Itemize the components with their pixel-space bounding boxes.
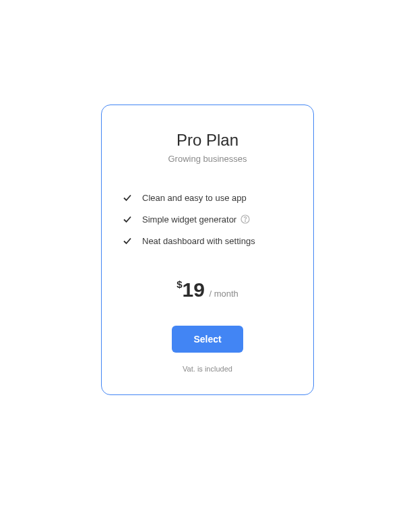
check-icon	[122, 214, 133, 225]
features-list: Clean and easy to use app Simple widget …	[122, 192, 293, 246]
plan-subtitle: Growing businesses	[122, 154, 293, 164]
feature-item: Neat dashboard with settings	[122, 235, 293, 246]
vat-note: Vat. is included	[122, 365, 293, 373]
price-amount: 19	[183, 278, 205, 301]
feature-label: Clean and easy to use app	[142, 193, 247, 203]
select-button[interactable]: Select	[172, 326, 243, 353]
plan-header: Pro Plan Growing businesses	[122, 131, 293, 164]
price-period: / month	[209, 289, 238, 299]
help-icon[interactable]	[241, 214, 250, 224]
feature-label: Neat dashboard with settings	[142, 236, 255, 246]
price-section: $19 / month	[122, 278, 293, 301]
feature-item: Clean and easy to use app	[122, 192, 293, 203]
feature-item: Simple widget generator	[122, 214, 293, 225]
check-icon	[122, 235, 133, 246]
feature-label: Simple widget generator	[142, 214, 236, 225]
pricing-card: Pro Plan Growing businesses Clean and ea…	[101, 105, 314, 395]
price-currency: $	[177, 278, 182, 290]
plan-title: Pro Plan	[122, 131, 293, 150]
svg-point-1	[245, 220, 246, 221]
check-icon	[122, 192, 133, 203]
